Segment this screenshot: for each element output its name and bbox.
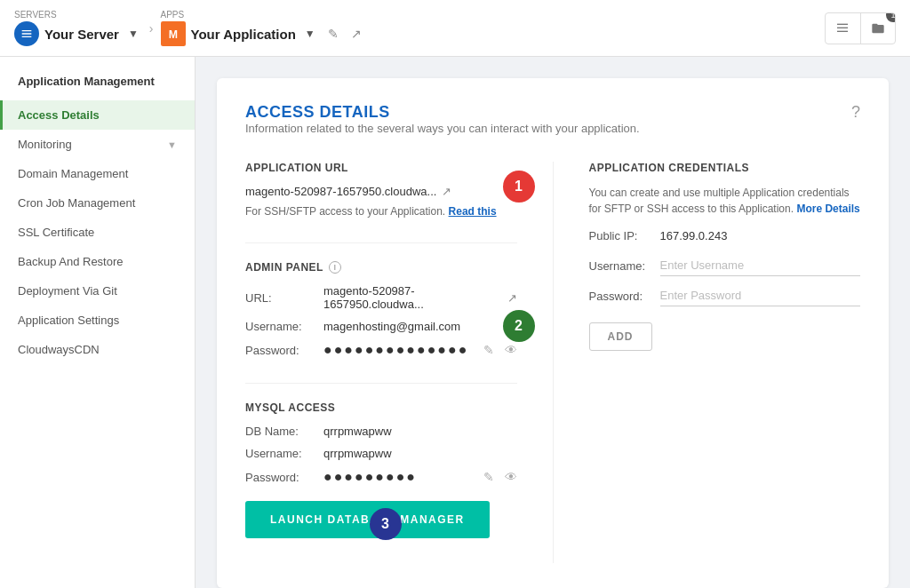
sidebar-item-label: SSL Certificate (18, 226, 94, 239)
nav-combined-btn[interactable]: 1 (825, 12, 896, 44)
list-view-icon[interactable] (826, 13, 861, 44)
app-credentials-label: APPLICATION CREDENTIALS (589, 162, 861, 174)
app-external-link-btn[interactable]: ↗ (347, 25, 365, 43)
server-icon (14, 21, 39, 46)
cred-password-row: Password: (589, 285, 861, 306)
app-url-external-link[interactable]: ↗ (442, 185, 451, 198)
server-name: Your Server (44, 27, 119, 42)
mysql-password-row: Password: ●●●●●●●●● ✎ 👁 (245, 469, 517, 485)
read-this-link[interactable]: Read this (449, 205, 497, 218)
sidebar-item-access-details[interactable]: Access Details (0, 100, 195, 130)
svg-rect-4 (837, 30, 848, 31)
circle-3-overlay: 3 (370, 508, 402, 540)
app-url-section: APPLICATION URL magento-520987-1657950.c… (245, 162, 517, 218)
public-ip-value: 167.99.0.243 (660, 229, 728, 242)
app-credentials-note: You can create and use multiple Applicat… (589, 185, 861, 217)
admin-password-eye-icon[interactable]: 👁 (505, 343, 517, 357)
sidebar-item-label: Cron Job Management (18, 196, 135, 210)
sidebar-item-label: Domain Management (18, 167, 128, 180)
admin-url-row: URL: magento-520987-1657950.cloudwa... ↗ (245, 284, 517, 311)
mysql-section: MYSQL ACCESS DB Name: qrrpmwapww Usernam… (245, 401, 517, 538)
sidebar-item-monitoring[interactable]: Monitoring ▼ (0, 130, 195, 159)
admin-url-ext-link[interactable]: ↗ (507, 291, 517, 305)
circle-1-overlay: 1 (503, 171, 535, 203)
nav-left: Servers Your Server ▼ › Apps M Your Appl… (14, 10, 365, 46)
mysql-password-dots: ●●●●●●●●● (323, 469, 473, 485)
servers-label: Servers (14, 10, 142, 20)
nav-right: 1 (825, 12, 896, 44)
sidebar-item-backup-restore[interactable]: Backup And Restore (0, 247, 195, 276)
admin-panel-info-icon[interactable]: i (329, 261, 341, 274)
sidebar-item-app-settings[interactable]: Application Settings (0, 306, 195, 335)
svg-rect-2 (837, 23, 848, 24)
ssh-note: For SSH/SFTP access to your Application.… (245, 205, 517, 218)
apps-section: Apps M Your Application ▼ ✎ ↗ (161, 10, 365, 46)
admin-url-label: URL: (245, 291, 316, 305)
chevron-down-icon: ▼ (167, 139, 177, 150)
public-ip-row: Public IP: 167.99.0.243 (589, 229, 861, 242)
mysql-dbname-row: DB Name: qrrpmwapww (245, 425, 517, 438)
admin-password-label: Password: (245, 344, 316, 357)
help-icon[interactable]: ? (851, 103, 860, 122)
admin-password-edit-icon[interactable]: ✎ (483, 343, 494, 357)
sidebar-item-ssl-certificate[interactable]: SSL Certificate (0, 218, 195, 247)
admin-url-value: magento-520987-1657950.cloudwa... (323, 284, 500, 311)
circle-3: 3 (370, 508, 402, 540)
content-area: ACCESS DETAILS Information related to th… (196, 57, 910, 588)
app-url-label: APPLICATION URL (245, 162, 517, 174)
admin-password-dots: ●●●●●●●●●●●●●● (323, 342, 473, 358)
cred-password-input[interactable] (660, 285, 861, 306)
cred-password-label: Password: (589, 290, 660, 303)
sidebar-title: Application Management (0, 75, 195, 100)
app-edit-btn[interactable]: ✎ (324, 25, 342, 43)
sidebar-item-label: Monitoring (18, 138, 72, 151)
sidebar-item-label: Access Details (18, 108, 100, 122)
access-details-card: ACCESS DETAILS Information related to th… (217, 78, 889, 588)
mysql-username-label: Username: (245, 447, 316, 460)
svg-text:M: M (168, 28, 177, 41)
circle-2-overlay: 2 (503, 310, 535, 342)
nav-arrow: › (149, 21, 154, 36)
sidebar-item-cron-job-management[interactable]: Cron Job Management (0, 188, 195, 218)
divider-2 (245, 383, 517, 384)
cred-username-row: Username: (589, 255, 861, 276)
svg-rect-3 (837, 27, 848, 28)
sidebar-item-label: Deployment Via Git (18, 284, 117, 298)
sidebar-item-label: Backup And Restore (18, 255, 124, 268)
mysql-username-row: Username: qrrpmwapww (245, 447, 517, 460)
add-credentials-btn[interactable]: ADD (589, 322, 652, 351)
sidebar-item-deployment-git[interactable]: Deployment Via Git (0, 276, 195, 306)
admin-panel-section: ADMIN PANEL i URL: magento-520987-165795… (245, 261, 517, 358)
circle-1: 1 (503, 171, 535, 203)
server-chevron-btn[interactable]: ▼ (124, 26, 142, 42)
sidebar-item-label: Application Settings (18, 314, 119, 327)
main-layout: Application Management Access Details Mo… (0, 57, 910, 588)
app-magento-icon: M (161, 21, 186, 46)
sidebar-item-cloudways-cdn[interactable]: CloudwaysCDN (0, 335, 195, 364)
card-header: ACCESS DETAILS Information related to th… (245, 103, 860, 156)
more-details-link[interactable]: More Details (796, 203, 859, 215)
admin-username-value: magenhosting@gmail.com (323, 320, 517, 333)
mysql-password-label: Password: (245, 471, 316, 484)
mysql-dbname-label: DB Name: (245, 425, 316, 438)
public-ip-label: Public IP: (589, 229, 660, 242)
launch-db-manager-btn[interactable]: LAUNCH DATABASE MANAGER (245, 501, 490, 538)
server-nav: Your Server ▼ (14, 21, 142, 46)
mysql-username-value: qrrpmwapww (323, 447, 517, 460)
servers-section: Servers Your Server ▼ (14, 10, 142, 46)
circle-2: 2 (503, 310, 535, 342)
sidebar-item-domain-management[interactable]: Domain Management (0, 159, 195, 188)
sidebar: Application Management Access Details Mo… (0, 57, 196, 588)
app-chevron-btn[interactable]: ▼ (301, 26, 319, 42)
app-name: Your Application (191, 27, 296, 42)
mysql-label: MYSQL ACCESS (245, 401, 517, 414)
mysql-password-eye-icon[interactable]: 👁 (505, 470, 517, 484)
cred-username-input[interactable] (660, 255, 861, 276)
admin-username-label: Username: (245, 320, 316, 333)
mysql-password-edit-icon[interactable]: ✎ (483, 470, 494, 484)
card-title: ACCESS DETAILS (245, 103, 640, 122)
card-subtitle: Information related to the several ways … (245, 122, 640, 135)
divider-1 (245, 242, 517, 243)
mysql-dbname-value: qrrpmwapww (323, 425, 517, 438)
folder-view-btn[interactable]: 1 (861, 13, 896, 44)
